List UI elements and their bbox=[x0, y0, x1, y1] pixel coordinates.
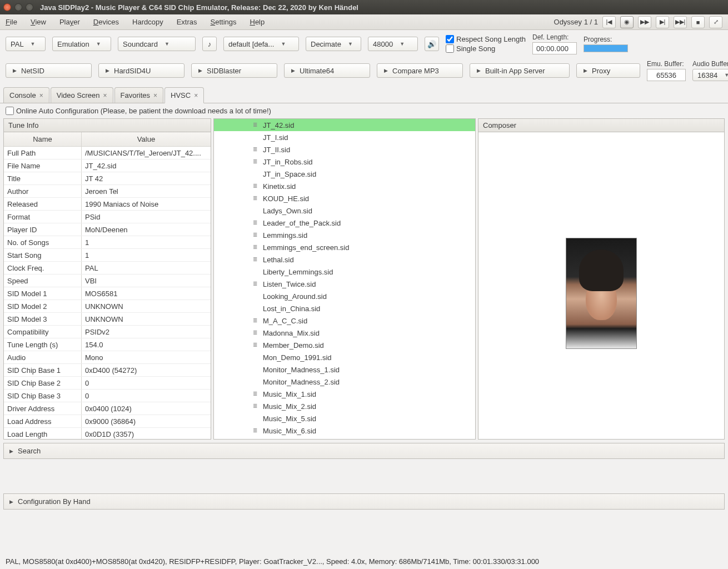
table-row[interactable]: CompatibilityPSIDv2 bbox=[4, 326, 211, 338]
play-pause-button[interactable]: ◉ bbox=[620, 16, 634, 28]
table-row[interactable]: SID Chip Base 20 bbox=[4, 377, 211, 390]
respect-song-length-checkbox[interactable]: Respect Song Length bbox=[446, 35, 526, 43]
volume-icon[interactable]: 🔊 bbox=[425, 37, 439, 51]
proxy-button[interactable]: ▶Proxy bbox=[576, 63, 640, 78]
table-row[interactable]: Clock Freq.PAL bbox=[4, 262, 211, 274]
skip-end-button[interactable]: ▶▶| bbox=[674, 16, 687, 28]
table-row[interactable]: SID Model 2UNKNOWN bbox=[4, 300, 211, 313]
default-length-field[interactable]: 00:00.000 bbox=[532, 42, 577, 54]
sidblaster-button[interactable]: ▶SIDBlaster bbox=[191, 63, 277, 78]
file-item[interactable]: Looking_Around.sid bbox=[214, 290, 475, 302]
menu-devices[interactable]: Devices bbox=[93, 18, 119, 26]
file-item[interactable]: ≣Lemmings_end_screen.sid bbox=[214, 241, 475, 253]
close-icon[interactable]: × bbox=[194, 92, 198, 99]
table-row[interactable]: SID Chip Base 10xD400 (54272) bbox=[4, 364, 211, 377]
file-item[interactable]: ≣JT_II.sid bbox=[214, 143, 475, 156]
compare-mp3-button[interactable]: ▶Compare MP3 bbox=[377, 63, 463, 78]
window-minimize-button[interactable] bbox=[14, 3, 22, 11]
file-item[interactable]: ≣Music_Mix_6.sid bbox=[214, 425, 475, 437]
stop-button[interactable]: ■ bbox=[691, 16, 705, 28]
emulation-dropdown[interactable]: Emulation▼ bbox=[52, 37, 111, 51]
file-item[interactable]: Monitor_Madness_2.sid bbox=[214, 376, 475, 388]
soundcard-dropdown[interactable]: Soundcard▼ bbox=[118, 37, 196, 51]
app-server-button[interactable]: ▶Built-in App Server bbox=[470, 63, 570, 78]
table-row[interactable]: Load Address0x9000 (36864) bbox=[4, 415, 211, 428]
file-item[interactable]: ≣Music_Mix_2.sid bbox=[214, 400, 475, 412]
file-item[interactable]: JT_in_Space.sid bbox=[214, 168, 475, 180]
file-item[interactable]: Monitor_Madness_1.sid bbox=[214, 363, 475, 376]
tab-hvsc[interactable]: HVSC× bbox=[164, 87, 204, 103]
table-row[interactable]: TitleJT 42 bbox=[4, 172, 211, 185]
file-item[interactable]: ≣Kinetix.sid bbox=[214, 180, 475, 192]
window-maximize-button[interactable] bbox=[26, 3, 33, 11]
menu-file[interactable]: File bbox=[6, 18, 17, 26]
soundcard-settings-icon[interactable]: ♪ bbox=[202, 37, 217, 51]
table-row[interactable]: No. of Songs1 bbox=[4, 236, 211, 249]
table-row[interactable]: AudioMono bbox=[4, 351, 211, 364]
config-by-hand-accordion[interactable]: ▶Configuration By Hand bbox=[3, 493, 725, 510]
file-item[interactable]: ≣Listen_Twice.sid bbox=[214, 278, 475, 290]
file-item[interactable]: ≣Music_Mix_1.sid bbox=[214, 388, 475, 400]
file-item[interactable]: Music_Mix_5.sid bbox=[214, 412, 475, 425]
menu-view[interactable]: View bbox=[31, 18, 46, 26]
table-row[interactable]: AuthorJeroen Tel bbox=[4, 185, 211, 198]
samplerate-dropdown[interactable]: 48000▼ bbox=[368, 37, 418, 51]
close-icon[interactable]: × bbox=[153, 92, 157, 99]
single-song-checkbox[interactable]: Single Song bbox=[446, 44, 526, 53]
menu-player[interactable]: Player bbox=[59, 18, 80, 26]
file-item[interactable]: Mon_Demo_1991.sid bbox=[214, 351, 475, 363]
file-item[interactable]: ≣Member_Demo.sid bbox=[214, 339, 475, 351]
tab-console[interactable]: Console× bbox=[3, 87, 49, 103]
table-row[interactable]: Load Length0x0D1D (3357) bbox=[4, 428, 211, 439]
menu-settings[interactable]: Settings bbox=[211, 18, 237, 26]
device-dropdown[interactable]: default [defa...▼ bbox=[223, 37, 299, 51]
table-row[interactable]: Tune Length (s)154.0 bbox=[4, 338, 211, 351]
column-name[interactable]: Name bbox=[4, 132, 82, 146]
ultimate64-button[interactable]: ▶Ultimate64 bbox=[284, 63, 370, 78]
emu-buffer-field[interactable]: 65536 bbox=[647, 69, 686, 81]
window-close-button[interactable] bbox=[3, 3, 11, 11]
tab-video-screen[interactable]: Video Screen× bbox=[51, 87, 113, 103]
table-row[interactable]: Player IDMoN/Deenen bbox=[4, 223, 211, 236]
decimate-dropdown[interactable]: Decimate▼ bbox=[306, 37, 361, 51]
column-value[interactable]: Value bbox=[82, 132, 211, 146]
file-item[interactable]: ≣Leader_of_the_Pack.sid bbox=[214, 217, 475, 229]
file-item[interactable]: Ladys_Own.sid bbox=[214, 204, 475, 217]
file-item[interactable]: JT_I.sid bbox=[214, 131, 475, 143]
file-item[interactable]: ≣JT_in_Robs.sid bbox=[214, 156, 475, 168]
table-row[interactable]: Start Song1 bbox=[4, 249, 211, 262]
file-item[interactable]: ≣JT_42.sid bbox=[214, 119, 475, 131]
table-row[interactable]: SpeedVBI bbox=[4, 274, 211, 287]
tab-favorites[interactable]: Favorites× bbox=[114, 87, 163, 103]
fast-forward-button[interactable]: ▶▶ bbox=[638, 16, 651, 28]
file-item[interactable]: ≣KOUD_HE.sid bbox=[214, 192, 475, 204]
table-row[interactable]: SID Model 1MOS6581 bbox=[4, 287, 211, 300]
file-item[interactable]: ≣Lethal.sid bbox=[214, 253, 475, 266]
pal-dropdown[interactable]: PAL▼ bbox=[6, 37, 46, 51]
file-item[interactable]: Lost_in_China.sid bbox=[214, 302, 475, 315]
table-row[interactable]: Full Path/MUSICIANS/T/Tel_Jeroen/JT_42..… bbox=[4, 147, 211, 159]
file-item[interactable]: ≣Madonna_Mix.sid bbox=[214, 327, 475, 339]
next-track-button[interactable]: ▶| bbox=[656, 16, 669, 28]
file-item[interactable]: ≣Lemmings.sid bbox=[214, 229, 475, 241]
online-auto-config-checkbox[interactable]: Online Auto Configuration (Please, be pa… bbox=[6, 107, 271, 115]
table-row[interactable]: Released1990 Maniacs of Noise bbox=[4, 198, 211, 211]
menu-extras[interactable]: Extras bbox=[177, 18, 197, 26]
table-row[interactable]: SID Chip Base 30 bbox=[4, 390, 211, 402]
table-row[interactable]: SID Model 3UNKNOWN bbox=[4, 313, 211, 326]
close-icon[interactable]: × bbox=[39, 92, 43, 99]
menu-hardcopy[interactable]: Hardcopy bbox=[132, 18, 163, 26]
menu-help[interactable]: Help bbox=[250, 18, 265, 26]
hardsid-button[interactable]: ▶HardSID4U bbox=[98, 63, 185, 78]
search-accordion[interactable]: ▶Search bbox=[3, 443, 725, 459]
table-row[interactable]: FormatPSid bbox=[4, 211, 211, 223]
audio-buffer-dropdown[interactable]: 16384▼ bbox=[692, 69, 728, 81]
fullscreen-button[interactable]: ⤢ bbox=[709, 16, 722, 28]
file-item[interactable]: Liberty_Lemmings.sid bbox=[214, 266, 475, 278]
close-icon[interactable]: × bbox=[103, 92, 107, 99]
netsid-button[interactable]: ▶NetSID bbox=[6, 63, 92, 78]
file-item[interactable]: ≣M_A_C_C.sid bbox=[214, 315, 475, 327]
prev-track-button[interactable]: |◀ bbox=[602, 16, 616, 28]
table-row[interactable]: Driver Address0x0400 (1024) bbox=[4, 402, 211, 415]
table-row[interactable]: File NameJT_42.sid bbox=[4, 159, 211, 172]
